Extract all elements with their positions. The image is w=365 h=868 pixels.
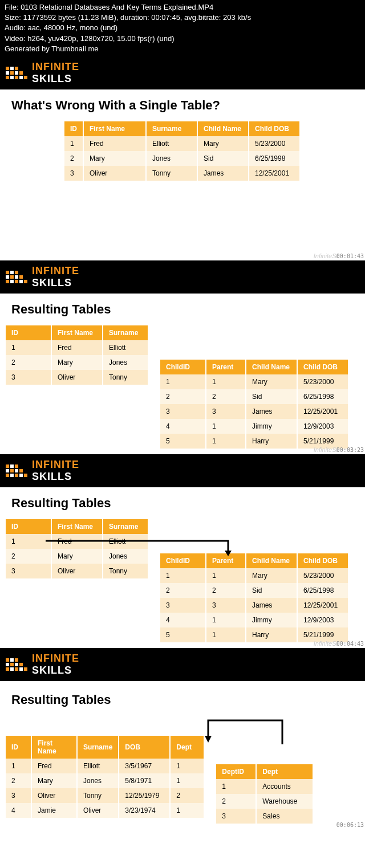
table-row: 2MaryJones5/8/19711 <box>6 773 204 788</box>
timestamp: 00:01:43 <box>336 253 364 259</box>
slide-3: Resulting Tables IDFirst NameSurname 1Fr… <box>0 487 365 648</box>
table-row: 2Warehouse <box>216 794 313 809</box>
slide-1: What's Wrong With a Single Table? ID Fir… <box>0 89 365 260</box>
watermark: InfiniteSk <box>314 252 339 259</box>
logo-bar: INFINITESKILLS <box>0 56 365 89</box>
size-line: Size: 11773592 bytes (11.23 MiB), durati… <box>5 13 360 23</box>
slide-title: Resulting Tables <box>6 692 354 707</box>
logo-bar: INFINITESKILLS <box>0 260 365 294</box>
col-childname: Child Name <box>197 121 249 136</box>
children-table: ChildIDParentChild NameChild DOB 11Mary5… <box>160 360 349 449</box>
slide-4: Resulting Tables IDFirst NameSurnameDOBD… <box>0 681 365 829</box>
col-surname: Surname <box>146 121 197 136</box>
table-row: 2MaryJones <box>6 355 148 370</box>
table-row: 1FredElliott3/5/19671 <box>6 759 204 773</box>
relation-arrow-icon <box>46 539 245 559</box>
file-info-header: File: 0103 Relational Databases And Key … <box>0 0 365 56</box>
video-line: Video: h264, yuv420p, 1280x720, 15.00 fp… <box>5 34 360 44</box>
slide-title: Resulting Tables <box>6 496 354 511</box>
table-row: 22Sid6/25/1998 <box>160 583 348 598</box>
generated-line: Generated by Thumbnail me <box>5 44 360 54</box>
timestamp: 00:04:43 <box>336 641 364 647</box>
timestamp: 00:03:23 <box>336 447 364 453</box>
logo-text: INFINITESKILLS <box>32 459 79 483</box>
single-table: ID First Name Surname Child Name Child D… <box>64 121 301 181</box>
logo-text: INFINITESKILLS <box>32 653 79 677</box>
parents-table: IDFirst NameSurname 1FredElliott 2MaryJo… <box>6 325 149 385</box>
file-line: File: 0103 Relational Databases And Key … <box>5 2 360 13</box>
watermark: InfiniteSk <box>314 446 339 453</box>
departments-table: DeptIDDept 1Accounts 2Warehouse 3Sales <box>216 764 314 824</box>
col-firstname: First Name <box>83 121 146 136</box>
table-row: 1FredElliott <box>6 340 148 355</box>
audio-line: Audio: aac, 48000 Hz, mono (und) <box>5 23 360 33</box>
watermark: InfiniteSk <box>314 640 339 647</box>
col-childdob: Child DOB <box>249 121 300 136</box>
logo-icon <box>6 658 27 671</box>
table-row: 3Sales <box>216 809 313 824</box>
table-row: 41Jimmy12/9/2003 <box>160 419 348 434</box>
timestamp: 00:06:13 <box>336 822 364 828</box>
logo-bar: INFINITESKILLS <box>0 648 365 681</box>
relation-arrow-icon <box>202 719 288 747</box>
table-row: 22Sid6/25/1998 <box>160 389 348 404</box>
table-row: 41Jimmy12/9/2003 <box>160 613 348 627</box>
logo-icon <box>6 464 27 477</box>
slide-2: Resulting Tables IDFirst NameSurname 1Fr… <box>0 294 365 454</box>
logo-icon <box>6 271 27 283</box>
table-row: 3OliverTonnyJames12/25/2001 <box>64 166 300 181</box>
table-row: 4JamieOliver3/23/19741 <box>6 803 204 818</box>
table-row: 3OliverTonny12/25/19792 <box>6 788 204 803</box>
table-row: 1FredElliottMary5/23/2000 <box>64 136 300 151</box>
slide-title: What's Wrong With a Single Table? <box>11 98 354 113</box>
children-table: ChildIDParentChild NameChild DOB 11Mary5… <box>160 553 349 642</box>
table-row: 33James12/25/2001 <box>160 404 348 419</box>
table-row: 3OliverTonny <box>6 370 148 385</box>
logo-bar: INFINITESKILLS <box>0 454 365 487</box>
slide-title: Resulting Tables <box>6 302 354 317</box>
table-row: 3OliverTonny <box>6 564 148 578</box>
col-id: ID <box>64 121 83 136</box>
logo-text: INFINITESKILLS <box>32 61 79 85</box>
table-row: 2MaryJonesSid6/25/1998 <box>64 151 300 166</box>
table-row: 11Mary5/23/2000 <box>160 568 348 583</box>
employees-table: IDFirst NameSurnameDOBDept 1FredElliott3… <box>6 736 205 818</box>
table-row: 1Accounts <box>216 779 313 794</box>
table-row: 33James12/25/2001 <box>160 598 348 613</box>
logo-icon <box>6 67 27 79</box>
table-row: 11Mary5/23/2000 <box>160 374 348 389</box>
logo-text: INFINITESKILLS <box>32 265 79 289</box>
table-header-row: ID First Name Surname Child Name Child D… <box>64 121 300 136</box>
